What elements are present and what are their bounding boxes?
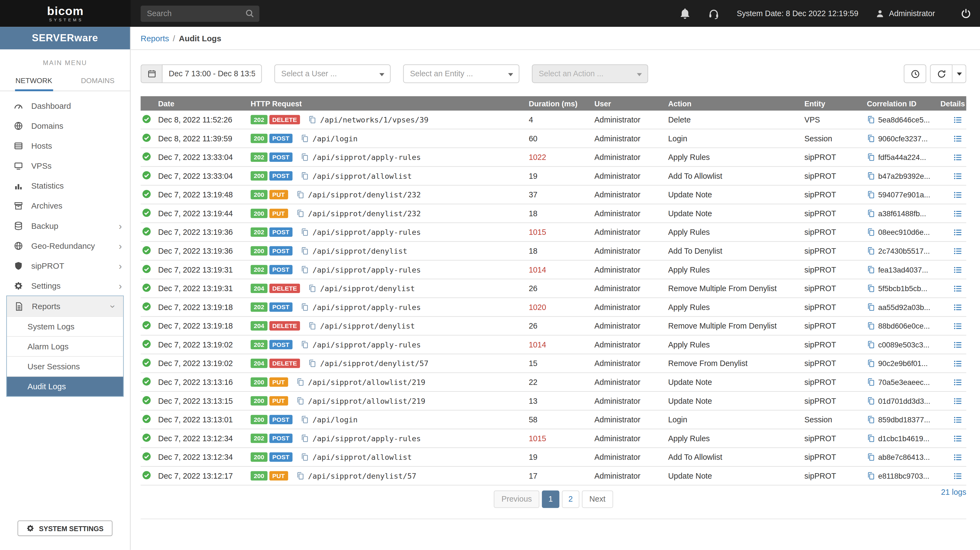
table-row[interactable]: Dec 7, 2022 13:13:15 200 PUT /api/sippro… xyxy=(140,392,966,410)
copy-path-icon[interactable] xyxy=(301,303,309,312)
sidebar-item-hosts[interactable]: Hosts xyxy=(0,135,130,156)
copy-path-icon[interactable] xyxy=(308,359,317,367)
header-duration[interactable]: Duration (ms) xyxy=(529,99,595,108)
page-button-2[interactable]: 2 xyxy=(562,490,579,508)
details-icon[interactable] xyxy=(953,265,963,274)
table-row[interactable]: Dec 7, 2022 13:13:01 200 POST /api/login… xyxy=(140,410,966,429)
copy-path-icon[interactable] xyxy=(301,434,309,443)
copy-path-icon[interactable] xyxy=(301,134,309,142)
auto-refresh-interval-button[interactable] xyxy=(904,64,926,83)
entity-filter-select[interactable]: Select an Entity ... xyxy=(403,64,519,83)
date-range-input[interactable] xyxy=(162,64,262,83)
copy-correlation-icon[interactable] xyxy=(867,322,875,330)
copy-path-icon[interactable] xyxy=(308,116,317,124)
sidebar-subitem-alarm-logs[interactable]: Alarm Logs xyxy=(7,336,123,356)
user-filter-select[interactable]: Select a User ... xyxy=(274,64,390,83)
sidebar-item-statistics[interactable]: Statistics xyxy=(0,175,130,196)
copy-path-icon[interactable] xyxy=(301,265,309,273)
table-row[interactable]: Dec 7, 2022 13:19:02 204 DELETE /api/sip… xyxy=(140,354,966,373)
sidebar-item-domains[interactable]: Domains xyxy=(0,116,130,135)
copy-path-icon[interactable] xyxy=(301,340,309,349)
sidebar-subitem-user-sessions[interactable]: User Sessions xyxy=(7,356,123,376)
details-icon[interactable] xyxy=(953,246,963,255)
notifications-bell-icon[interactable] xyxy=(679,8,690,19)
header-date[interactable]: Date xyxy=(158,99,250,108)
copy-correlation-icon[interactable] xyxy=(867,397,875,405)
table-row[interactable]: Dec 7, 2022 13:12:34 202 POST /api/sippr… xyxy=(140,429,966,448)
brand-logo[interactable]: bicom SYSTEMS xyxy=(0,0,131,27)
power-button[interactable] xyxy=(951,0,980,27)
copy-correlation-icon[interactable] xyxy=(867,340,875,349)
copy-correlation-icon[interactable] xyxy=(867,265,875,273)
table-row[interactable]: Dec 7, 2022 13:19:31 204 DELETE /api/sip… xyxy=(140,279,966,298)
details-icon[interactable] xyxy=(953,284,963,293)
table-row[interactable]: Dec 8, 2022 11:39:59 200 POST /api/login… xyxy=(140,129,966,148)
copy-correlation-icon[interactable] xyxy=(867,359,875,367)
copy-correlation-icon[interactable] xyxy=(867,228,875,236)
details-icon[interactable] xyxy=(953,415,963,424)
sidebar-subitem-audit-logs[interactable]: Audit Logs xyxy=(7,376,123,396)
table-row[interactable]: Dec 7, 2022 13:19:36 202 POST /api/sippr… xyxy=(140,223,966,242)
copy-path-icon[interactable] xyxy=(301,453,309,461)
details-icon[interactable] xyxy=(953,209,963,218)
copy-path-icon[interactable] xyxy=(308,322,317,330)
header-correlation-id[interactable]: Correlation ID xyxy=(867,99,940,108)
copy-correlation-icon[interactable] xyxy=(867,116,875,124)
sidebar-item-geo-redundancy[interactable]: Geo-Redundancy › xyxy=(0,236,130,256)
previous-page-button[interactable]: Previous xyxy=(494,490,539,508)
copy-path-icon[interactable] xyxy=(296,191,304,199)
table-row[interactable]: Dec 7, 2022 13:19:18 204 DELETE /api/sip… xyxy=(140,317,966,336)
table-row[interactable]: Dec 7, 2022 13:33:04 200 POST /api/sippr… xyxy=(140,167,966,186)
table-row[interactable]: Dec 7, 2022 13:19:48 200 PUT /api/sippro… xyxy=(140,186,966,205)
copy-correlation-icon[interactable] xyxy=(867,210,875,218)
copy-correlation-icon[interactable] xyxy=(867,191,875,199)
copy-correlation-icon[interactable] xyxy=(867,134,875,142)
details-icon[interactable] xyxy=(953,228,963,237)
table-row[interactable]: Dec 7, 2022 13:19:18 202 POST /api/sippr… xyxy=(140,298,966,317)
header-entity[interactable]: Entity xyxy=(805,99,867,108)
sidebar-item-reports[interactable]: Reports › xyxy=(7,296,123,316)
details-icon[interactable] xyxy=(953,172,963,180)
copy-correlation-icon[interactable] xyxy=(867,378,875,386)
refresh-options-button[interactable] xyxy=(952,64,966,83)
copy-path-icon[interactable] xyxy=(301,247,309,255)
table-row[interactable]: Dec 7, 2022 13:13:16 200 PUT /api/sippro… xyxy=(140,373,966,392)
copy-path-icon[interactable] xyxy=(296,210,304,218)
details-icon[interactable] xyxy=(953,434,963,443)
sidebar-item-backup[interactable]: Backup › xyxy=(0,216,130,236)
sidebar-item-vpss[interactable]: VPSs xyxy=(0,156,130,175)
details-icon[interactable] xyxy=(953,472,963,480)
details-icon[interactable] xyxy=(953,134,963,143)
page-button-1[interactable]: 1 xyxy=(542,490,560,508)
user-menu[interactable]: Administrator xyxy=(876,9,935,18)
table-row[interactable]: Dec 7, 2022 13:12:17 200 PUT /api/sippro… xyxy=(140,467,966,485)
copy-correlation-icon[interactable] xyxy=(867,247,875,255)
sidebar-item-archives[interactable]: Archives xyxy=(0,196,130,215)
copy-correlation-icon[interactable] xyxy=(867,303,875,312)
sidebar-item-dashboard[interactable]: Dashboard xyxy=(0,96,130,116)
header-action[interactable]: Action xyxy=(668,99,804,108)
copy-correlation-icon[interactable] xyxy=(867,415,875,424)
copy-path-icon[interactable] xyxy=(301,153,309,161)
details-icon[interactable] xyxy=(953,321,963,330)
copy-path-icon[interactable] xyxy=(301,228,309,236)
copy-correlation-icon[interactable] xyxy=(867,153,875,161)
copy-path-icon[interactable] xyxy=(301,172,309,180)
details-icon[interactable] xyxy=(953,115,963,124)
details-icon[interactable] xyxy=(953,190,963,199)
table-row[interactable]: Dec 7, 2022 13:19:02 202 POST /api/sippr… xyxy=(140,335,966,354)
copy-correlation-icon[interactable] xyxy=(867,284,875,292)
support-headset-icon[interactable] xyxy=(708,8,719,19)
copy-correlation-icon[interactable] xyxy=(867,453,875,461)
sidebar-item-sipprot[interactable]: sipPROT › xyxy=(0,256,130,275)
next-page-button[interactable]: Next xyxy=(582,490,613,508)
search-input[interactable] xyxy=(140,5,259,21)
header-user[interactable]: User xyxy=(595,99,668,108)
tab-network[interactable]: NETWORK xyxy=(15,72,53,91)
sidebar-subitem-system-logs[interactable]: System Logs xyxy=(7,316,123,336)
copy-path-icon[interactable] xyxy=(296,397,304,405)
details-icon[interactable] xyxy=(953,359,963,368)
details-icon[interactable] xyxy=(953,453,963,461)
copy-correlation-icon[interactable] xyxy=(867,472,875,480)
header-http-request[interactable]: HTTP Request xyxy=(251,99,529,108)
